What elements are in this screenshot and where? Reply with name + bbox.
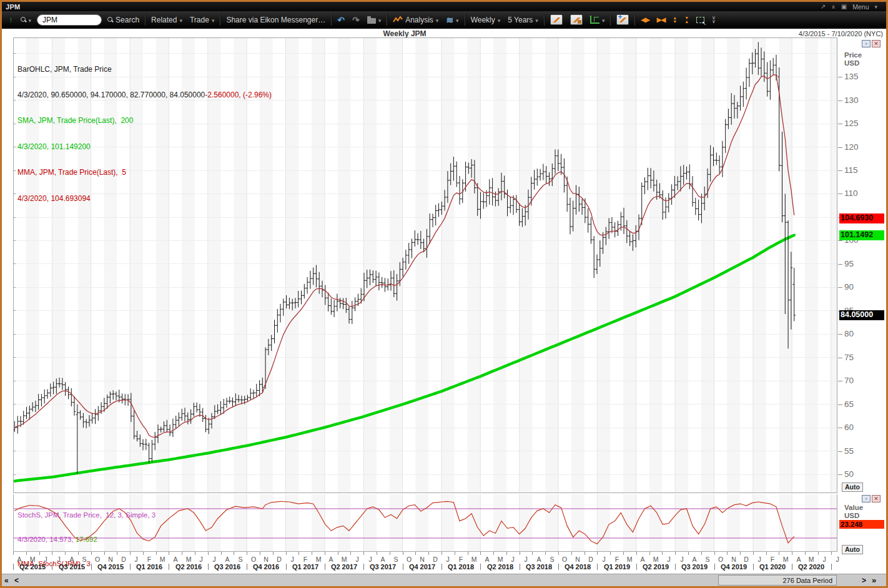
month-label: A bbox=[534, 556, 544, 563]
month-tick-mark bbox=[52, 552, 52, 555]
month-tick-mark bbox=[727, 552, 728, 555]
month-tick-mark bbox=[428, 552, 429, 555]
interval-select[interactable]: Weekly bbox=[469, 14, 503, 26]
select-region-button[interactable] bbox=[694, 16, 706, 24]
stoch-axis-auto-button[interactable]: Auto bbox=[842, 545, 863, 554]
share-messenger-button[interactable]: Share via Eikon Messenger… bbox=[224, 14, 327, 26]
chart-edit-button[interactable] bbox=[568, 13, 585, 26]
search-button[interactable]: Search bbox=[106, 14, 141, 26]
month-label: D bbox=[586, 556, 596, 563]
analysis-menu-button[interactable]: Analysis bbox=[391, 14, 440, 26]
month-label: J bbox=[508, 556, 518, 563]
window-icon[interactable] bbox=[841, 3, 847, 10]
expand-horizontal-icon bbox=[641, 16, 649, 23]
toolbar-separator bbox=[145, 14, 146, 26]
price-tick-label: 120 bbox=[844, 142, 879, 152]
price-tick-mark bbox=[838, 100, 842, 101]
title-bar: JPM Menu bbox=[2, 2, 886, 11]
price-axis-auto-button[interactable]: Auto bbox=[842, 483, 863, 492]
related-menu-button[interactable]: Related bbox=[149, 14, 184, 26]
month-tick-mark bbox=[143, 552, 144, 555]
expand-vertical-button[interactable] bbox=[671, 15, 679, 25]
scrollbar-thumb[interactable]: 276 Data Period bbox=[718, 575, 837, 586]
month-label: A bbox=[638, 556, 648, 563]
redo-button[interactable] bbox=[350, 14, 362, 26]
month-label: F bbox=[612, 556, 622, 563]
chart-hand-icon bbox=[570, 14, 583, 25]
month-label: J bbox=[599, 556, 609, 563]
search-label: Search bbox=[116, 16, 139, 24]
panel-close-icon[interactable]: ✕ bbox=[872, 495, 881, 502]
month-tick-mark bbox=[636, 552, 637, 555]
trade-label: Trade bbox=[190, 16, 209, 24]
price-tick-label: 60 bbox=[844, 423, 879, 433]
price-tick-mark bbox=[838, 358, 842, 358]
range-select[interactable]: 5 Years bbox=[506, 14, 540, 26]
month-label: M bbox=[27, 556, 37, 563]
popout-icon[interactable] bbox=[821, 3, 826, 10]
toolbar-separator bbox=[331, 14, 332, 26]
month-label: M bbox=[495, 556, 505, 563]
month-tick-mark bbox=[363, 552, 364, 555]
month-tick-mark bbox=[325, 552, 325, 555]
panel-minimize-icon[interactable]: ▫ bbox=[862, 40, 871, 47]
panel-minimize-icon[interactable]: ▫ bbox=[862, 495, 871, 502]
open-layout-button[interactable] bbox=[365, 14, 383, 26]
more-tools-button[interactable] bbox=[710, 15, 718, 25]
month-label: O bbox=[92, 556, 102, 563]
month-tick-mark bbox=[766, 552, 767, 555]
price-tick-mark bbox=[838, 124, 842, 124]
stoch-chart-svg[interactable] bbox=[13, 494, 837, 552]
month-label: J bbox=[754, 556, 764, 563]
month-label: F bbox=[767, 556, 777, 563]
price-tick-label: 55 bbox=[844, 446, 879, 456]
quarter-label: Q4 2018 bbox=[558, 563, 597, 571]
trade-menu-button[interactable]: Trade bbox=[188, 14, 216, 26]
compress-vertical-button[interactable] bbox=[683, 15, 691, 25]
nav-up-button[interactable] bbox=[7, 14, 15, 26]
quarter-label: Q1 2020 bbox=[753, 563, 792, 571]
month-tick-mark bbox=[65, 552, 66, 555]
chart-scrollbar[interactable]: « < 276 Data Period > » bbox=[2, 574, 886, 586]
month-tick-mark bbox=[714, 552, 715, 555]
price-tick-mark bbox=[838, 428, 842, 428]
scroll-far-right-button[interactable]: » bbox=[871, 575, 877, 586]
symbol-input[interactable] bbox=[37, 14, 102, 26]
expand-vertical-icon bbox=[673, 16, 677, 24]
collapse-icon[interactable] bbox=[831, 3, 836, 10]
quarter-label: Q4 2019 bbox=[714, 563, 753, 571]
compress-horizontal-button[interactable] bbox=[655, 15, 667, 24]
quarter-label: Q2 2015 bbox=[13, 563, 52, 571]
month-tick-mark bbox=[597, 552, 598, 555]
month-label: M bbox=[313, 556, 323, 563]
application-window: JPM Menu Search Related Trade Share via … bbox=[0, 0, 888, 588]
scroll-far-left-button[interactable]: « bbox=[3, 575, 10, 586]
quarter-label: Q4 2017 bbox=[403, 563, 442, 571]
month-label: J bbox=[521, 556, 531, 563]
overlays-button[interactable] bbox=[444, 14, 460, 26]
price-tick-mark bbox=[838, 451, 842, 452]
month-tick-mark bbox=[117, 552, 117, 555]
quarter-label: Q3 2019 bbox=[675, 563, 714, 571]
axis-settings-button[interactable] bbox=[588, 14, 607, 26]
month-label: M bbox=[469, 556, 479, 563]
month-label: M bbox=[806, 556, 816, 563]
menu-caret-icon[interactable] bbox=[874, 3, 877, 10]
menu-button[interactable]: Menu bbox=[852, 3, 869, 11]
expand-horizontal-button[interactable] bbox=[639, 15, 651, 24]
scroll-left-button[interactable]: < bbox=[13, 575, 20, 586]
chart-style-button[interactable] bbox=[548, 13, 565, 26]
month-tick-mark bbox=[792, 552, 792, 555]
scroll-right-button[interactable]: > bbox=[861, 575, 867, 586]
quarter-label: Q1 2019 bbox=[598, 563, 636, 571]
price-tick-label: 90 bbox=[844, 282, 879, 292]
add-chart-button[interactable] bbox=[614, 13, 631, 26]
undo-button[interactable] bbox=[335, 14, 347, 26]
price-chart-svg[interactable] bbox=[13, 37, 837, 493]
panel-close-icon[interactable]: ✕ bbox=[872, 40, 881, 47]
symbol-lookup-button[interactable] bbox=[19, 14, 34, 26]
double-chevron-down-icon bbox=[712, 16, 716, 24]
month-tick-mark bbox=[831, 552, 832, 555]
price-tick-label: 95 bbox=[844, 259, 879, 269]
month-tick-mark bbox=[532, 552, 533, 555]
